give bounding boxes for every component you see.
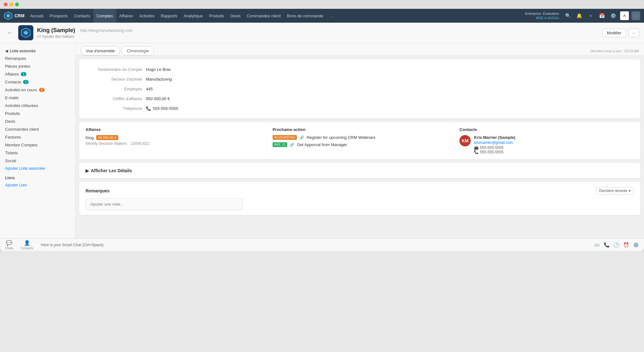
sidebar-item-membre[interactable]: Membre Comptes bbox=[0, 141, 75, 149]
nav-item-affaires[interactable]: Affaires bbox=[116, 9, 136, 23]
last-update-label: Dernière mise à jour : 03:33 AM bbox=[590, 49, 639, 53]
gestionnaire-value: Hugo Le Bras bbox=[146, 66, 634, 73]
summary-col-contacts: Contacts KM Kris Marrier (Sample) krisma… bbox=[453, 122, 640, 159]
nav-logo[interactable]: CRM bbox=[4, 11, 25, 20]
tab-chronologie[interactable]: Chronologie bbox=[121, 46, 154, 55]
contacts-icon: 👤 bbox=[24, 240, 30, 246]
sidebar-item-activites-cloturees[interactable]: Activités clôturées bbox=[0, 102, 75, 110]
tag-icon: 🏷 bbox=[37, 34, 41, 39]
plus-icon-btn[interactable]: ＋ bbox=[586, 11, 595, 20]
secteur-value: Manufacturing bbox=[146, 76, 634, 83]
nav-item-commandes[interactable]: Commandes client bbox=[244, 9, 284, 23]
notes-filter-arrow: ▾ bbox=[629, 189, 630, 193]
settings-icon-btn[interactable]: ⚙️ bbox=[609, 11, 618, 20]
sidebar-links-title: Liens bbox=[0, 172, 75, 181]
minimize-dot[interactable] bbox=[9, 3, 13, 6]
sidebar-label-devis: Devis bbox=[5, 119, 15, 124]
sidebar-item-tickets[interactable]: Tickets bbox=[0, 149, 75, 157]
notification-icon-btn[interactable]: 🔔 bbox=[575, 11, 584, 20]
keyboard-icon[interactable]: ⌨️ bbox=[594, 242, 600, 248]
company-logo bbox=[18, 25, 33, 40]
sidebar-section-title: ◀ Liste associée bbox=[0, 47, 75, 54]
sidebar: ◀ Liste associée Remarques Pièces jointe… bbox=[0, 43, 75, 238]
tab-vue-ensemble[interactable]: Vue d'ensemble bbox=[80, 46, 120, 55]
nav-item-rapports[interactable]: Rapports bbox=[158, 9, 180, 23]
action-row-1: AUJOURD'HUI 🔗 Register for upcoming CRM … bbox=[273, 135, 447, 140]
bottom-chats[interactable]: 💬 Chats bbox=[5, 240, 13, 250]
sidebar-item-produits[interactable]: Produits bbox=[0, 110, 75, 117]
sidebar-label-produits: Produits bbox=[5, 111, 20, 116]
action-label-1: Register for upcoming CRM Webinars bbox=[307, 135, 375, 140]
sidebar-label-pieces: Pièces jointes bbox=[5, 64, 30, 69]
nav-item-produits[interactable]: Produits bbox=[206, 9, 227, 23]
sidebar-label-contacts: Contacts bbox=[5, 80, 21, 84]
calendar-icon-btn[interactable]: 📅 bbox=[597, 11, 606, 20]
sidebar-item-activites[interactable]: Activités en cours 2 bbox=[0, 86, 75, 94]
deal-sub-date: 23/04/2021 bbox=[131, 141, 150, 146]
notes-title: Remarques bbox=[86, 188, 109, 193]
sidebar-label-act-cloturees: Activités clôturées bbox=[5, 103, 38, 108]
sidebar-item-social[interactable]: Social bbox=[0, 157, 75, 165]
notes-filter-dropdown[interactable]: Dernière récente ▾ bbox=[596, 187, 634, 195]
sidebar-item-remarques[interactable]: Remarques bbox=[0, 54, 75, 62]
nav-item-bons[interactable]: Bons de commande bbox=[284, 9, 327, 23]
bottom-contacts[interactable]: 👤 Contacts bbox=[21, 240, 33, 250]
fields-card: Gestionnaire du Compte Hugo Le Bras Sect… bbox=[79, 60, 640, 118]
nav-item-analytique[interactable]: Analytique bbox=[180, 9, 206, 23]
notes-header: Remarques Dernière récente ▾ bbox=[86, 187, 634, 195]
details-title[interactable]: ▶ Afficher Les Détails bbox=[86, 168, 634, 173]
sidebar-item-affaires[interactable]: Affaires 1 bbox=[0, 70, 75, 78]
action-row-2: AVR. 21 🔗 Get Apporval from Manager bbox=[273, 142, 447, 147]
action-label-2: Get Apporval from Manager bbox=[297, 142, 347, 147]
maximize-dot[interactable] bbox=[15, 3, 19, 6]
clock-icon[interactable]: 🕐 bbox=[613, 242, 619, 248]
more-options-button[interactable]: ··· bbox=[629, 29, 639, 37]
record-actions: Modifier ··· bbox=[602, 29, 639, 37]
chats-icon: 💬 bbox=[6, 240, 12, 246]
nav-item-comptes[interactable]: Comptes bbox=[93, 9, 116, 23]
sidebar-item-pieces[interactable]: Pièces jointes bbox=[0, 62, 75, 70]
tabs-container: Vue d'ensemble Chronologie bbox=[80, 46, 154, 55]
nav-item-more[interactable]: ... bbox=[326, 9, 336, 23]
avatar-initials: KM bbox=[462, 138, 469, 143]
nav-item-devis[interactable]: Devis bbox=[227, 9, 244, 23]
affaire-row: King 60.000,00 € bbox=[86, 135, 260, 140]
contact-email[interactable]: krismarrier@gmail.com bbox=[474, 140, 515, 145]
sidebar-add-list-link[interactable]: Ajouter Liste associée bbox=[0, 165, 75, 172]
sidebar-add-link[interactable]: Ajouter Lien bbox=[0, 181, 75, 189]
sidebar-item-devis[interactable]: Devis bbox=[0, 117, 75, 125]
secteur-label: Secteur d'activité bbox=[86, 76, 142, 83]
sidebar-item-emails[interactable]: E-mails bbox=[0, 94, 75, 102]
upgrade-link[interactable]: MISE À NIVEAU bbox=[525, 16, 559, 20]
nav-item-accueil[interactable]: Accueil bbox=[27, 9, 47, 23]
nav-item-prospects[interactable]: Prospects bbox=[47, 9, 71, 23]
settings-bottom-icon[interactable]: ⚙️ bbox=[633, 242, 639, 248]
close-dot[interactable] bbox=[4, 3, 8, 6]
telephone-value: 📞 555-555-5555 bbox=[146, 105, 634, 112]
notes-input[interactable] bbox=[86, 198, 243, 210]
modify-button[interactable]: Modifier bbox=[602, 29, 626, 37]
action-link-icon-1: 🔗 bbox=[299, 135, 304, 140]
sidebar-label-affaires: Affaires bbox=[5, 72, 19, 77]
nav-item-activites[interactable]: Activités bbox=[136, 9, 158, 23]
sidebar-label-commandes: Commandes client bbox=[5, 127, 39, 132]
sidebar-label-factures: Factures bbox=[5, 135, 21, 139]
nav-item-contacts[interactable]: Contacts bbox=[71, 9, 93, 23]
profile-icon-btn[interactable]: A bbox=[620, 11, 629, 20]
sidebar-item-commandes[interactable]: Commandes client bbox=[0, 125, 75, 133]
contact-phone-2: 📞 555-555-5555 bbox=[474, 150, 515, 154]
back-button[interactable]: ← bbox=[5, 29, 14, 37]
alarm-icon[interactable]: ⏰ bbox=[623, 242, 629, 248]
tag-label[interactable]: Ajouter des balises bbox=[42, 34, 74, 39]
sidebar-item-contacts[interactable]: Contacts 1 bbox=[0, 78, 75, 86]
search-icon-btn[interactable]: 🔍 bbox=[564, 11, 572, 20]
apps-grid-icon-btn[interactable]: ⋯ bbox=[631, 11, 640, 20]
details-card[interactable]: ▶ Afficher Les Détails bbox=[79, 163, 640, 178]
contact-phone-1-value: 555-555-5555 bbox=[480, 145, 503, 150]
sidebar-label-tickets: Tickets bbox=[5, 150, 18, 155]
nav-icons: 🔍 🔔 ＋ 📅 ⚙️ A ⋯ bbox=[564, 11, 640, 20]
nav-right: Entreprise- Évaluation MISE À NIVEAU 🔍 🔔… bbox=[525, 11, 640, 20]
phone-bottom-icon[interactable]: 📞 bbox=[604, 242, 610, 248]
contacts-col-title: Contacts bbox=[459, 127, 634, 132]
sidebar-item-factures[interactable]: Factures bbox=[0, 133, 75, 141]
